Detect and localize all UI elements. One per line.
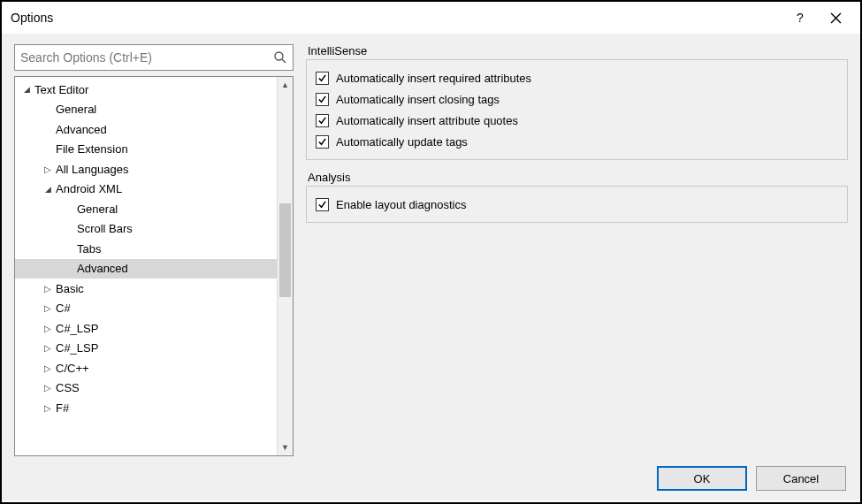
tree-item[interactable]: ▷F#: [15, 398, 277, 418]
checkbox[interactable]: [316, 135, 329, 149]
checkbox[interactable]: [316, 114, 329, 127]
scroll-up-button[interactable]: ▲: [278, 77, 293, 93]
scroll-track[interactable]: [278, 93, 293, 439]
tree-item[interactable]: ▷CSS: [15, 378, 277, 399]
tree-item[interactable]: ▷Advanced: [15, 119, 277, 140]
search-icon: [273, 50, 287, 65]
chevron-right-icon[interactable]: ▷: [42, 363, 54, 373]
tree-item-label: Basic: [56, 282, 84, 295]
tree-item-label: C#: [56, 302, 71, 315]
titlebar: Options ?: [2, 2, 860, 34]
checkbox-row[interactable]: Enable layout diagnostics: [316, 194, 838, 215]
tree-item[interactable]: ▷Tabs: [15, 239, 277, 259]
content-area: ◢Text Editor▷General▷Advanced▷File Exten…: [2, 34, 860, 456]
close-icon: [830, 12, 842, 24]
tree-item[interactable]: ▷C/C++: [15, 358, 277, 378]
checkbox-label: Enable layout diagnostics: [336, 198, 466, 211]
checkbox-label: Automatically insert closing tags: [336, 93, 500, 106]
tree-item-label: C#_LSP: [56, 322, 98, 335]
group-title: Analysis: [306, 171, 848, 184]
chevron-right-icon[interactable]: ▷: [42, 403, 54, 413]
check-icon: [317, 200, 327, 210]
close-button[interactable]: [818, 2, 853, 34]
group-title: IntelliSense: [306, 44, 848, 57]
scroll-down-button[interactable]: ▼: [278, 439, 293, 455]
check-icon: [317, 137, 327, 147]
chevron-down-icon[interactable]: ◢: [20, 85, 33, 94]
tree-item-label: Advanced: [77, 262, 128, 275]
checkbox-row[interactable]: Automatically insert required attributes: [316, 67, 838, 88]
checkbox-label: Automatically insert attribute quotes: [336, 114, 518, 127]
tree-item-label: C/C++: [56, 362, 89, 375]
tree-item[interactable]: ▷Scroll Bars: [15, 219, 277, 240]
chevron-right-icon[interactable]: ▷: [42, 383, 54, 393]
chevron-down-icon[interactable]: ◢: [42, 185, 54, 194]
scrollbar[interactable]: ▲ ▼: [277, 77, 293, 455]
settings-group: AnalysisEnable layout diagnostics: [306, 171, 848, 223]
tree-item[interactable]: ▷General: [15, 100, 277, 120]
tree-item[interactable]: ▷Basic: [15, 279, 277, 299]
tree-item-label: Scroll Bars: [77, 222, 133, 235]
settings-panel: IntelliSenseAutomatically insert require…: [306, 44, 848, 456]
tree-item-label: General: [56, 103, 96, 116]
tree-item-label: F#: [56, 401, 69, 415]
chevron-right-icon[interactable]: ▷: [42, 284, 54, 294]
search-input[interactable]: [20, 50, 273, 65]
tree-item[interactable]: ▷C#: [15, 299, 277, 319]
tree-item-label: Android XML: [56, 182, 122, 195]
tree-item[interactable]: ▷C#_LSP: [15, 318, 277, 339]
left-column: ◢Text Editor▷General▷Advanced▷File Exten…: [14, 44, 294, 456]
scroll-thumb[interactable]: [279, 203, 291, 297]
checkbox[interactable]: [316, 72, 329, 85]
checkbox-row[interactable]: Automatically insert attribute quotes: [316, 110, 838, 131]
tree-item-label: All Languages: [56, 163, 128, 176]
chevron-right-icon[interactable]: ▷: [42, 164, 54, 174]
tree-item-label: CSS: [56, 381, 80, 394]
tree-container: ◢Text Editor▷General▷Advanced▷File Exten…: [14, 76, 294, 456]
svg-line-1: [282, 59, 286, 63]
checkbox[interactable]: [316, 93, 329, 106]
tree-item[interactable]: ▷Advanced: [15, 259, 277, 279]
tree-item-label: C#_LSP: [56, 341, 98, 355]
checkbox-label: Automatically insert required attributes: [336, 72, 531, 85]
chevron-right-icon[interactable]: ▷: [42, 303, 54, 313]
window-title: Options: [11, 11, 782, 25]
cancel-button[interactable]: Cancel: [756, 466, 846, 491]
tree-item[interactable]: ◢Android XML: [15, 179, 277, 200]
group-box: Automatically insert required attributes…: [306, 59, 848, 160]
checkbox-row[interactable]: Automatically update tags: [316, 131, 838, 152]
svg-point-0: [275, 52, 283, 60]
tree-item[interactable]: ◢Text Editor: [15, 80, 277, 100]
check-icon: [317, 73, 327, 83]
chevron-right-icon[interactable]: ▷: [42, 343, 54, 353]
tree-item[interactable]: ▷General: [15, 199, 277, 219]
tree-item[interactable]: ▷All Languages: [15, 159, 277, 179]
checkbox[interactable]: [316, 198, 329, 211]
tree-item[interactable]: ▷File Extension: [15, 140, 277, 160]
tree-item-label: File Extension: [56, 142, 128, 156]
options-tree[interactable]: ◢Text Editor▷General▷Advanced▷File Exten…: [15, 77, 277, 455]
check-icon: [317, 116, 327, 126]
search-box[interactable]: [14, 44, 294, 71]
check-icon: [317, 95, 327, 104]
ok-button[interactable]: OK: [657, 466, 747, 491]
settings-group: IntelliSenseAutomatically insert require…: [306, 44, 848, 160]
tree-item-label: General: [77, 202, 118, 216]
group-box: Enable layout diagnostics: [306, 186, 848, 223]
tree-item-label: Text Editor: [34, 83, 88, 96]
checkbox-row[interactable]: Automatically insert closing tags: [316, 88, 838, 110]
dialog-footer: OK Cancel: [2, 456, 860, 500]
tree-item[interactable]: ▷C#_LSP: [15, 339, 277, 359]
tree-item-label: Tabs: [77, 242, 101, 256]
help-button[interactable]: ?: [782, 2, 818, 34]
tree-item-label: Advanced: [56, 123, 107, 136]
checkbox-label: Automatically update tags: [336, 135, 468, 149]
chevron-right-icon[interactable]: ▷: [42, 324, 54, 333]
